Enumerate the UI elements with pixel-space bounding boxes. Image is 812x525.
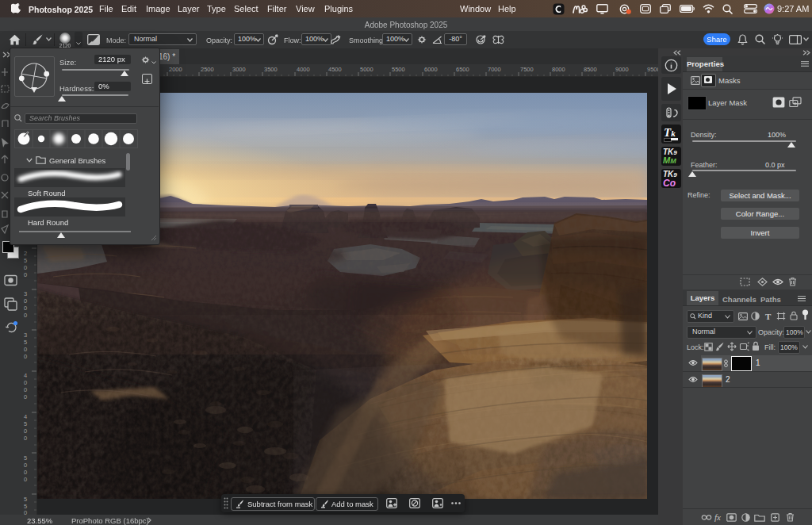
svg-text:0: 0 — [24, 297, 27, 305]
svg-text:0: 0 — [24, 379, 27, 386]
svg-text:0: 0 — [24, 435, 27, 442]
svg-text:0: 0 — [24, 386, 27, 393]
svg-text:5: 5 — [24, 496, 27, 503]
svg-text:5000: 5000 — [360, 66, 373, 73]
svg-text:0: 0 — [24, 346, 27, 353]
svg-text:0: 0 — [24, 305, 27, 312]
svg-text:4: 4 — [24, 413, 27, 420]
svg-text:5: 5 — [24, 420, 27, 427]
svg-text:0: 0 — [24, 427, 27, 435]
svg-text:0: 0 — [24, 264, 27, 271]
svg-text:7000: 7000 — [488, 66, 501, 73]
svg-text:5: 5 — [24, 339, 27, 346]
svg-text:9500: 9500 — [647, 66, 658, 73]
svg-text:5500: 5500 — [392, 66, 405, 73]
svg-text:5: 5 — [24, 454, 27, 462]
svg-text:5: 5 — [24, 257, 27, 264]
svg-text:4: 4 — [24, 372, 27, 379]
svg-text:3: 3 — [24, 290, 27, 297]
svg-text:2500: 2500 — [201, 66, 214, 73]
svg-text:0: 0 — [24, 271, 27, 278]
svg-text:3000: 3000 — [232, 66, 246, 73]
svg-text:8000: 8000 — [552, 66, 565, 73]
svg-text:0: 0 — [24, 476, 27, 483]
svg-text:0: 0 — [24, 353, 27, 360]
svg-text:4500: 4500 — [328, 66, 342, 73]
svg-text:0: 0 — [24, 509, 27, 515]
svg-text:7500: 7500 — [520, 66, 534, 73]
svg-text:9000: 9000 — [615, 66, 629, 73]
svg-text:4000: 4000 — [297, 66, 310, 73]
svg-text:3500: 3500 — [264, 66, 278, 73]
svg-text:0: 0 — [24, 469, 27, 476]
svg-text:0: 0 — [24, 312, 27, 319]
svg-text:6500: 6500 — [456, 66, 469, 73]
svg-text:2: 2 — [24, 250, 27, 257]
svg-text:8500: 8500 — [584, 66, 597, 73]
svg-text:6000: 6000 — [424, 66, 438, 73]
svg-text:2000: 2000 — [169, 66, 182, 73]
svg-text:3: 3 — [24, 331, 27, 339]
svg-text:0: 0 — [24, 393, 27, 400]
svg-text:0: 0 — [24, 462, 27, 469]
